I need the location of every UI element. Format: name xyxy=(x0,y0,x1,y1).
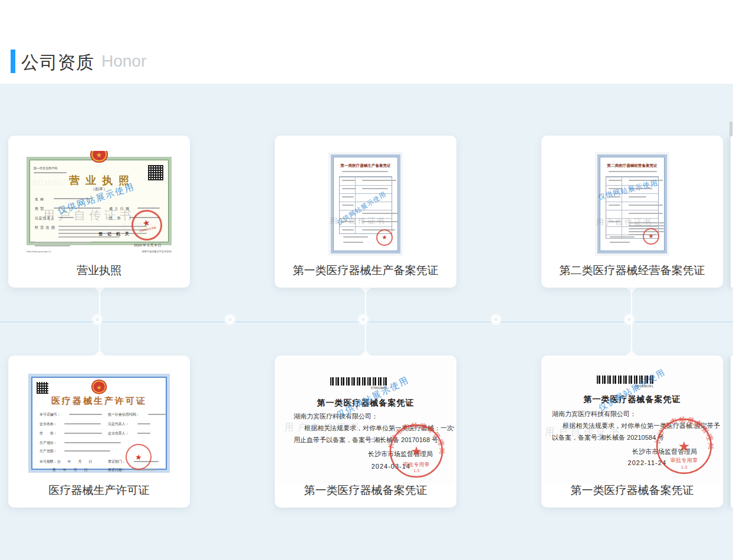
svg-text:★: ★ xyxy=(96,151,103,159)
record-number xyxy=(342,171,388,172)
red-seal: 长沙市市场监督管理局 ★ 审批专用章 1-3 xyxy=(388,423,445,482)
svg-text:审批专用章: 审批专用章 xyxy=(403,462,430,467)
red-seal: ★ xyxy=(376,229,393,246)
svg-text:★: ★ xyxy=(678,439,691,454)
certificate-card-class1-record-2024[interactable]: 07MION48 第一类医疗器械备案凭证 湖南力宾医疗科技有限公司： 根据相关法… xyxy=(275,355,456,508)
timeline-dot xyxy=(226,315,234,324)
honor-section: 统一社会信用代码 营业执照 （副本） 名 称 类 型 成 立 日 期 法 xyxy=(0,84,733,560)
card-caption: 医疗器械生产许可证 xyxy=(8,483,190,498)
license-copy-label: （副本） xyxy=(30,186,168,192)
certificate-image: 统一社会信用代码 营业执照 （副本） 名 称 类 型 成 立 日 期 法 xyxy=(22,151,176,255)
red-seal: ★ xyxy=(124,442,153,472)
qr-code xyxy=(37,382,48,394)
certificate-table xyxy=(339,176,392,234)
red-seal: ★ xyxy=(643,228,659,245)
license-frame: 统一社会信用代码 营业执照 （副本） 名 称 类 型 成 立 日 期 法 xyxy=(27,157,172,245)
accent-bar xyxy=(11,50,15,73)
certificate-frame: 第一类医疗器械生产备案凭证 xyxy=(331,154,400,253)
document-title: 第一类医疗器械备案凭证 xyxy=(277,398,454,409)
record-dept-line xyxy=(343,236,368,238)
barcode xyxy=(330,377,387,386)
barcode xyxy=(597,375,653,384)
qr-code xyxy=(148,165,163,180)
document-title: 第一类医疗器械备案凭证 xyxy=(544,394,721,405)
timeline-dot xyxy=(492,315,500,324)
record-date-line xyxy=(610,242,630,243)
record-number xyxy=(609,171,657,172)
card-caption: 营业执照 xyxy=(8,263,190,278)
certificate-title: 第二类医疗器械经营备案凭证 xyxy=(606,163,659,168)
certificate-image: 第一类医疗器械生产备案凭证 xyxy=(328,152,403,256)
license-title: 医疗器械生产许可证 xyxy=(32,396,166,407)
svg-text:审批专用章: 审批专用章 xyxy=(670,457,698,463)
license-footer: http://www.gsxt.gov.cn 国家市场监督管理总局监制 xyxy=(27,248,172,253)
certificate-title: 第一类医疗器械生产备案凭证 xyxy=(340,163,392,168)
section-header: 公司资质 Honor xyxy=(0,50,733,74)
record-dept-line xyxy=(610,236,635,238)
svg-text:1-3: 1-3 xyxy=(413,469,419,473)
page-title: 公司资质 xyxy=(21,51,94,75)
company-honor-page: 公司资质 Honor 统一社会信用代码 营业执照 xyxy=(0,0,733,560)
card-arrow-up xyxy=(94,350,105,355)
credit-code-label: 统一社会信用代码 xyxy=(34,166,57,170)
certificate-image: 第二类医疗器械经营备案凭证 xyxy=(595,152,669,256)
timeline-connector xyxy=(99,288,100,355)
license-title: 营业执照 xyxy=(30,173,168,187)
card-arrow-down xyxy=(626,288,637,293)
card-arrow-up xyxy=(360,350,371,355)
red-seal: ★ 行政审批专用章 xyxy=(129,207,165,243)
barcode-label: 07MION48 xyxy=(371,386,387,390)
certificate-image: RBSXOCR1 第一类医疗器械备案凭证 湖南力宾医疗科技有限公司： 根据相关法… xyxy=(544,358,721,485)
card-caption: 第一类医疗器械生产备案凭证 xyxy=(275,263,456,278)
timeline-connector xyxy=(365,288,366,355)
next-card-shadow xyxy=(729,121,732,137)
certificate-card-class1-production-record[interactable]: 第一类医疗器械生产备案凭证 xyxy=(275,136,456,288)
page-subtitle: Honor xyxy=(101,52,146,71)
timeline-connector xyxy=(631,288,632,355)
card-arrow-down xyxy=(94,288,105,293)
card-arrow-down xyxy=(360,288,371,293)
svg-text:★: ★ xyxy=(96,384,101,391)
certificate-image: 07MION48 第一类医疗器械备案凭证 湖南力宾医疗科技有限公司： 根据相关法… xyxy=(277,358,454,485)
next-card-peek[interactable] xyxy=(731,136,733,288)
certificate-card-business-license[interactable]: 统一社会信用代码 营业执照 （副本） 名 称 类 型 成 立 日 期 法 xyxy=(8,136,190,288)
card-caption: 第一类医疗器械备案凭证 xyxy=(541,483,723,498)
record-date-line xyxy=(343,242,363,243)
national-emblem-icon: ★ xyxy=(88,151,110,167)
card-caption: 第一类医疗器械备案凭证 xyxy=(275,483,456,498)
certificate-card-production-license[interactable]: ★ 医疗器械生产许可证 许可证编号： 统一社会信用代码： 企业名称： 法定代表人… xyxy=(8,355,190,508)
license-frame: ★ 医疗器械生产许可证 许可证编号： 统一社会信用代码： 企业名称： 法定代表人… xyxy=(28,374,170,473)
red-seal: 长沙市市场监督管理局 ★ 审批专用章 1-3 xyxy=(655,417,714,478)
certificate-card-class2-operating-record[interactable]: 第二类医疗器械经营备案凭证 xyxy=(541,136,723,288)
watermark-display-notice: 仅供网站展示使用 xyxy=(597,367,668,414)
next-card-peek[interactable] xyxy=(731,355,733,508)
certificate-image: ★ 医疗器械生产许可证 许可证编号： 统一社会信用代码： 企业名称： 法定代表人… xyxy=(27,372,172,475)
svg-text:★: ★ xyxy=(410,444,422,459)
card-caption: 第二类医疗器械经营备案凭证 xyxy=(541,263,723,278)
registry-label: 登 记 机 关 xyxy=(98,231,131,237)
card-arrow-up xyxy=(626,350,637,355)
certificate-frame: 第二类医疗器械经营备案凭证 xyxy=(597,154,667,253)
certificate-card-class1-record-2022[interactable]: RBSXOCR1 第一类医疗器械备案凭证 湖南力宾医疗科技有限公司： 根据相关法… xyxy=(541,355,723,508)
barcode-label: RBSXOCR1 xyxy=(635,384,653,388)
svg-text:1-3: 1-3 xyxy=(681,465,688,470)
